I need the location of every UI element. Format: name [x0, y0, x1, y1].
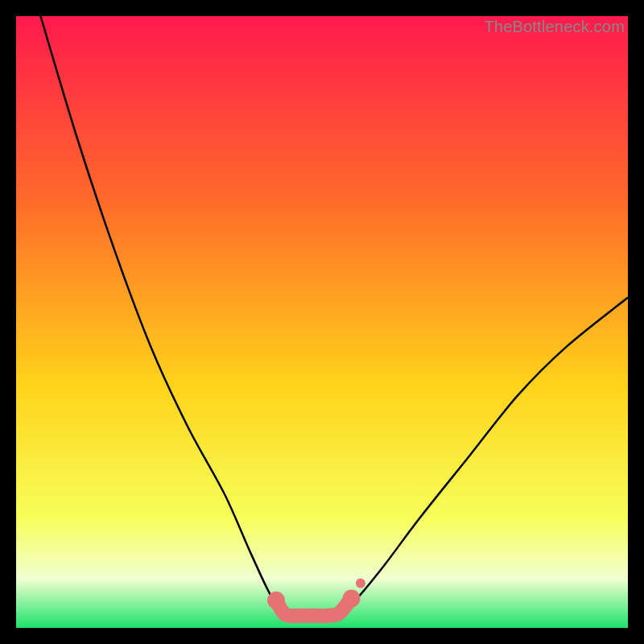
marker-end-left	[267, 592, 285, 609]
chart-frame	[16, 16, 628, 628]
chart-svg	[16, 16, 628, 628]
gradient-background	[16, 16, 628, 628]
watermark-text: TheBottleneck.com	[484, 18, 625, 36]
marker-outlier-dot	[356, 579, 365, 588]
marker-end-right	[342, 590, 360, 608]
